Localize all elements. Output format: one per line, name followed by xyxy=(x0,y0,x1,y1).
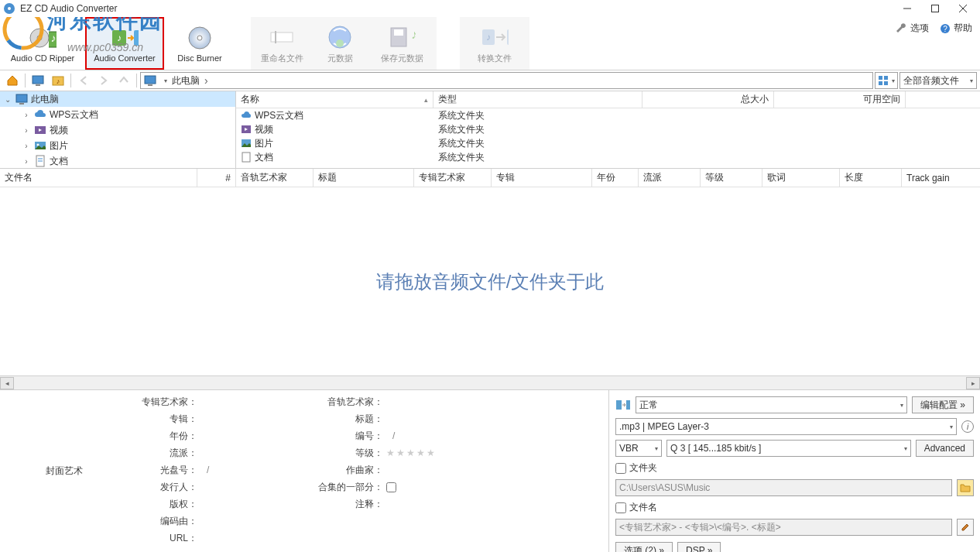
file-row[interactable]: 文档系统文件夹 xyxy=(236,150,980,164)
main-toolbar: ♪ Audio CD Ripper ♪♪ Audio Converter Dis… xyxy=(0,17,980,70)
chevron-down-icon[interactable]: ▾ xyxy=(164,77,167,84)
tree-item-documents[interactable]: ›文档 xyxy=(0,153,235,168)
album-metadata: 专辑艺术家： 专辑： 年份： 流派： 光盘号：/ 发行人： 版权： 编码由： U… xyxy=(128,390,290,552)
file-row[interactable]: 图片系统文件夹 xyxy=(236,136,980,150)
th-filename[interactable]: 文件名 xyxy=(0,169,197,187)
format-info-button[interactable]: i xyxy=(961,420,974,433)
th-rating[interactable]: 等级 xyxy=(701,169,762,187)
expand-icon[interactable]: › xyxy=(22,126,31,135)
col-size[interactable]: 总大小 xyxy=(642,91,774,108)
file-list: 名称▴ 类型 总大小 可用空间 WPS云文档系统文件夹 视频系统文件夹 图片系统… xyxy=(236,91,980,168)
svg-rect-30 xyxy=(33,76,43,84)
svg-rect-24 xyxy=(394,29,403,36)
nav-computer-button[interactable] xyxy=(29,71,47,90)
horizontal-scrollbar[interactable]: ◂ ▸ xyxy=(0,375,980,389)
cover-art-panel[interactable]: 封面艺术 xyxy=(0,390,128,552)
th-length[interactable]: 长度 xyxy=(840,169,902,187)
svg-rect-31 xyxy=(36,84,40,86)
svg-rect-39 xyxy=(884,81,888,85)
quality-select[interactable]: Q 3 [ 145...185 kbit/s ]▾ xyxy=(666,440,911,457)
svg-rect-37 xyxy=(884,76,888,80)
edit-profile-button[interactable]: 编辑配置 » xyxy=(912,396,974,413)
col-name[interactable]: 名称▴ xyxy=(236,91,433,108)
th-album[interactable]: 专辑 xyxy=(492,169,592,187)
scroll-left-button[interactable]: ◂ xyxy=(0,377,14,389)
tree-root-computer[interactable]: ⌄ 此电脑 xyxy=(0,91,235,107)
svg-rect-51 xyxy=(616,400,622,410)
tree-item-video[interactable]: ›视频 xyxy=(0,122,235,138)
svg-text:♪: ♪ xyxy=(138,33,139,43)
output-filename-checkbox[interactable] xyxy=(615,502,626,513)
th-year[interactable]: 年份 xyxy=(592,169,639,187)
mode-select[interactable]: VBR▾ xyxy=(615,440,662,457)
col-type[interactable]: 类型 xyxy=(433,91,642,108)
file-row[interactable]: 视频系统文件夹 xyxy=(236,122,980,136)
format-select[interactable]: .mp3 | MPEG Layer-3▾ xyxy=(615,418,957,435)
metadata-button[interactable]: 元数据 xyxy=(313,17,367,70)
view-icon xyxy=(878,75,889,86)
help-link[interactable]: ?帮助 xyxy=(940,22,972,35)
svg-text:?: ? xyxy=(943,25,947,33)
output-folder-checkbox[interactable] xyxy=(615,463,626,474)
svg-rect-40 xyxy=(16,94,27,102)
browse-folder-button[interactable] xyxy=(957,479,974,496)
back-arrow-icon xyxy=(78,75,89,86)
options-link[interactable]: 选项 xyxy=(896,22,929,35)
output-options-button[interactable]: 选项 (2) » xyxy=(615,542,673,552)
convert-files-button: ♪♪ 转换文件 xyxy=(460,17,529,70)
expand-icon[interactable]: › xyxy=(22,111,31,119)
tree-item-wps[interactable]: ›WPS云文档 xyxy=(0,107,235,122)
up-arrow-icon xyxy=(118,75,129,86)
drop-zone[interactable]: 请拖放音频文件/文件夹于此 xyxy=(0,187,980,375)
edit-pattern-button[interactable] xyxy=(957,519,974,536)
cd-ripper-icon: ♪ xyxy=(29,24,57,52)
audio-cd-ripper-button[interactable]: ♪ Audio CD Ripper xyxy=(0,17,85,70)
svg-text:♪: ♪ xyxy=(486,32,491,43)
minimize-button[interactable] xyxy=(893,0,921,17)
profile-select[interactable]: 正常▾ xyxy=(636,396,907,413)
svg-rect-19 xyxy=(271,33,293,42)
view-mode-dropdown[interactable]: ▾ xyxy=(875,72,898,89)
col-free[interactable]: 可用空间 xyxy=(774,91,906,108)
forward-arrow-icon xyxy=(98,75,109,86)
breadcrumb-root[interactable]: 此电脑 xyxy=(172,74,210,87)
navigation-bar: ♪ ▾ 此电脑 ▾ 全部音频文件▾ xyxy=(0,70,980,91)
audio-converter-button[interactable]: ♪♪ Audio Converter xyxy=(85,17,164,70)
save-metadata-icon: ♪ xyxy=(388,23,416,51)
tree-item-pictures[interactable]: ›图片 xyxy=(0,138,235,153)
th-genre[interactable]: 流派 xyxy=(639,169,701,187)
help-icon: ? xyxy=(940,23,951,34)
scroll-track[interactable] xyxy=(14,377,966,389)
expand-icon[interactable]: › xyxy=(22,157,31,166)
svg-point-3 xyxy=(8,7,11,10)
compilation-checkbox[interactable] xyxy=(386,482,396,492)
advanced-button[interactable]: Advanced xyxy=(916,440,974,457)
maximize-button[interactable] xyxy=(921,0,949,17)
nav-music-button[interactable]: ♪ xyxy=(49,71,67,90)
svg-rect-52 xyxy=(626,400,630,410)
music-folder-icon: ♪ xyxy=(52,74,64,87)
th-track-gain[interactable]: Track gain xyxy=(902,169,980,187)
output-folder-path[interactable] xyxy=(615,479,952,496)
output-filename-pattern[interactable] xyxy=(615,519,952,536)
th-lyrics[interactable]: 歌词 xyxy=(762,169,840,187)
close-button[interactable] xyxy=(949,0,977,17)
file-row[interactable]: WPS云文档系统文件夹 xyxy=(236,108,980,122)
expand-icon[interactable]: › xyxy=(22,142,31,150)
disc-burner-button[interactable]: Disc Burner xyxy=(164,17,235,70)
collapse-icon[interactable]: ⌄ xyxy=(3,95,12,104)
folder-tree[interactable]: ⌄ 此电脑 ›WPS云文档 ›视频 ›图片 ›文档 xyxy=(0,91,236,168)
th-num[interactable]: # xyxy=(197,169,236,187)
th-album-artist[interactable]: 专辑艺术家 xyxy=(414,169,492,187)
th-title[interactable]: 标题 xyxy=(314,169,414,187)
svg-rect-5 xyxy=(932,5,939,12)
scroll-right-button[interactable]: ▸ xyxy=(966,377,980,389)
dsp-button[interactable]: DSP » xyxy=(677,542,721,552)
details-pane: 封面艺术 专辑艺术家： 专辑： 年份： 流派： 光盘号：/ 发行人： 版权： 编… xyxy=(0,389,980,552)
th-track-artist[interactable]: 音轨艺术家 xyxy=(236,169,314,187)
rating-stars[interactable]: ★★★★★ xyxy=(386,447,437,458)
address-bar[interactable]: ▾ 此电脑 xyxy=(140,72,873,89)
file-filter-dropdown[interactable]: 全部音频文件▾ xyxy=(899,72,977,89)
svg-text:♪: ♪ xyxy=(57,77,60,85)
nav-home-button[interactable] xyxy=(3,71,22,90)
